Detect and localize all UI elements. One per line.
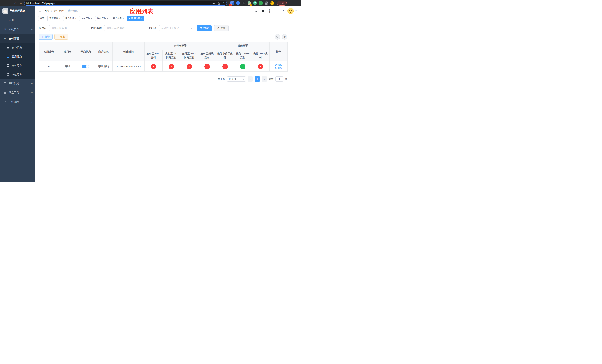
app-title: 芋道管理系统: [10, 9, 25, 13]
sidebar-item-system[interactable]: ⚙ 系统管理 ∨: [0, 25, 35, 34]
browser-reload-icon[interactable]: ↻: [13, 1, 18, 6]
extension-icon[interactable]: [242, 1, 246, 5]
merchant-name-input[interactable]: [104, 25, 139, 31]
col-header-created: 创建时间: [113, 42, 145, 62]
app-name-input[interactable]: [49, 25, 84, 31]
pay-order-icon: [6, 64, 10, 67]
vue-devtools-icon[interactable]: V: [253, 1, 257, 5]
active-dot: [129, 18, 130, 19]
sidebar-item-workflow[interactable]: 工作流程 ∨: [0, 97, 35, 107]
sidebar-item-devtools[interactable]: 研发工具 ∨: [0, 88, 35, 97]
breadcrumb-current: 应用信息: [68, 9, 78, 13]
sidebar-item-payment[interactable]: ¥ 支付管理 ∧: [0, 34, 35, 43]
total-count: 共 1 条: [218, 77, 225, 81]
extension-icon[interactable]: [235, 0, 240, 6]
tab-user-group[interactable]: 用户分组 ×: [63, 16, 78, 21]
page-number-button[interactable]: 1: [255, 76, 260, 82]
browser-menu-icon[interactable]: ⋮: [289, 1, 292, 5]
alipay-pc-status-icon: ×: [169, 64, 174, 69]
prev-page-button[interactable]: ‹: [248, 76, 253, 82]
close-icon[interactable]: ×: [75, 17, 76, 20]
status-select[interactable]: 请选择开启状态 ∨: [159, 25, 194, 31]
apps-table: 应用编号 应用名 开启状态 商户名称 创建时间 支付宝配置 微信配置 操作 支付…: [39, 42, 288, 72]
github-icon[interactable]: [261, 9, 265, 13]
select-arrow-icon: ∨: [243, 78, 245, 80]
tab-app-info[interactable]: 应用信息 ×: [127, 16, 144, 21]
sidebar-subitem-merchant-info[interactable]: 商户信息: [0, 43, 35, 52]
edit-link[interactable]: 修改: [275, 63, 282, 66]
refund-doc-icon: [6, 73, 10, 76]
font-size-icon[interactable]: TT: [281, 10, 284, 12]
goto-label: 前往: [269, 77, 274, 81]
sidebar-fold-icon[interactable]: [38, 9, 42, 13]
export-button[interactable]: ↓ 导出: [54, 34, 68, 40]
extension-badge: 1: [250, 4, 252, 6]
close-icon[interactable]: ×: [107, 17, 108, 20]
search-button[interactable]: 搜索: [197, 25, 212, 31]
status-toggle[interactable]: [82, 65, 89, 68]
sidebar-item-infrastructure[interactable]: 基础设施 ∨: [0, 79, 35, 88]
cell-created: 2021-10-23 08:49:25: [113, 62, 145, 72]
browser-back-icon[interactable]: ←: [2, 1, 7, 6]
tab-process-form[interactable]: 流程表单 ×: [47, 16, 62, 21]
share-icon[interactable]: [217, 2, 220, 5]
page-size-select[interactable]: 10条/页 ∨: [227, 76, 246, 82]
toolbox-icon: [3, 91, 7, 94]
chrome-update-button[interactable]: 更新: [277, 1, 287, 6]
extension-icon[interactable]: 1: [247, 1, 251, 5]
tab-refund-order[interactable]: 退款订单 ×: [95, 16, 110, 21]
search-form: 应用名 商户名称 开启状态 请选择开启状态 ∨ 搜索: [39, 25, 288, 31]
sidebar-subitem-refund-order[interactable]: 退款订单: [0, 70, 35, 79]
sidebar-subitem-pay-order[interactable]: 支付订单: [0, 61, 35, 70]
url-bar[interactable]: ⓘ localhost:1024/pay/app ☆: [24, 1, 227, 6]
refresh-table-button[interactable]: ↻: [282, 34, 288, 40]
user-avatar[interactable]: [288, 8, 294, 14]
annotation-title: 应用列表: [130, 7, 153, 15]
tab-home[interactable]: 首页: [38, 16, 46, 21]
grid-icon: [6, 55, 10, 58]
goto-suffix: 页: [285, 77, 288, 81]
wx-jsapi-status-icon: ✓: [240, 64, 246, 69]
extension-icon[interactable]: [259, 1, 263, 5]
site-info-icon[interactable]: ⓘ: [26, 1, 29, 5]
tab-pay-order[interactable]: 支付订单 ×: [79, 16, 94, 21]
chevron-down-icon: ∨: [31, 83, 33, 85]
tab-merchant-info[interactable]: 商户信息 ×: [111, 16, 126, 21]
sidebar-subitem-app-info[interactable]: 应用信息: [0, 52, 35, 61]
goto-page-input[interactable]: [275, 76, 283, 82]
extension-badge: 10: [229, 4, 232, 6]
fullscreen-icon[interactable]: [275, 10, 278, 12]
extension-icon[interactable]: [265, 1, 269, 5]
close-icon[interactable]: ×: [91, 17, 92, 20]
sidebar-item-home[interactable]: 首页: [0, 16, 35, 25]
col-header-status: 开启状态: [77, 42, 95, 62]
breadcrumb-home[interactable]: 首页: [44, 9, 50, 13]
profile-avatar-icon[interactable]: [270, 1, 274, 5]
sidebar: 芋道管理系统 首页 ⚙ 系统管理 ∨ ¥ 支付管理 ∧ 商户信息: [0, 6, 35, 182]
search-icon[interactable]: [255, 10, 258, 13]
col-header-alipay-app: 支付宝 APP 支付: [145, 50, 162, 62]
close-icon[interactable]: ×: [59, 17, 60, 20]
next-page-button[interactable]: ›: [262, 76, 267, 82]
bookmark-star-icon[interactable]: ☆: [222, 2, 225, 5]
toggle-search-button[interactable]: [275, 34, 280, 40]
password-key-icon[interactable]: [212, 2, 215, 5]
help-icon[interactable]: ?: [268, 10, 271, 13]
close-icon[interactable]: ×: [123, 17, 124, 20]
delete-link[interactable]: 删除: [275, 66, 282, 70]
breadcrumb-section[interactable]: 支付管理: [54, 9, 64, 13]
group-header-wechat: 微信配置: [216, 42, 269, 50]
browser-forward-icon[interactable]: →: [7, 1, 12, 6]
dashboard-icon: [3, 19, 7, 22]
user-menu[interactable]: ∨: [288, 8, 297, 14]
breadcrumb: 首页 / 支付管理 / 应用信息: [44, 9, 78, 13]
col-header-merchant: 商户名称: [95, 42, 113, 62]
extension-icon[interactable]: 10: [230, 1, 234, 5]
col-header-app-name: 应用名: [59, 42, 77, 62]
close-icon[interactable]: ×: [141, 17, 142, 20]
col-header-actions: 操作: [269, 42, 288, 62]
add-button[interactable]: + 新增: [39, 34, 53, 40]
col-header-alipay-scan: 支付宝扫码支付: [198, 50, 216, 62]
browser-home-icon[interactable]: ⌂: [19, 1, 23, 6]
reset-button[interactable]: ↺ 重置: [214, 25, 229, 31]
